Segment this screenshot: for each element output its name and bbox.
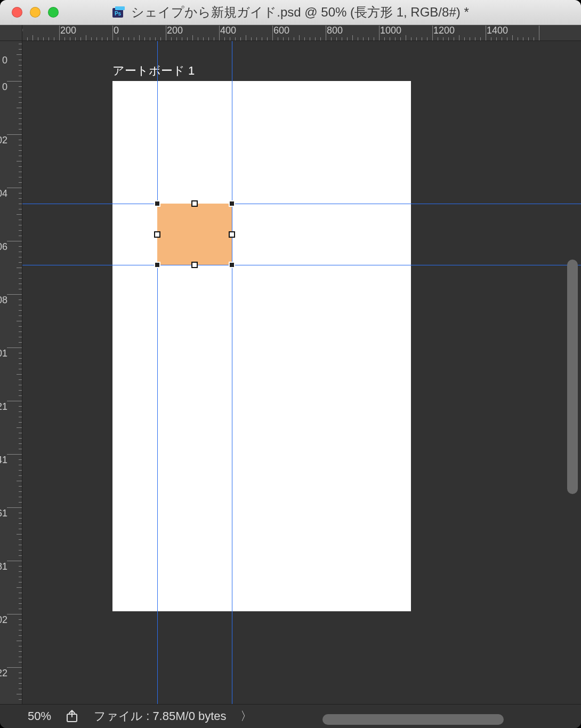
svg-rect-2 — [115, 6, 125, 10]
selection-handle[interactable] — [229, 262, 235, 268]
ruler-v-label: 2000 — [0, 615, 7, 625]
ruler-v-label: 1000 — [0, 349, 7, 358]
ruler-h-label: 200 — [167, 25, 183, 36]
guide-horizontal[interactable] — [22, 265, 581, 265]
window-controls — [12, 7, 59, 18]
selection-handle[interactable] — [229, 200, 235, 207]
selection-handle[interactable] — [191, 262, 198, 268]
vertical-ruler[interactable]: 0020040060080010001200140016001800200022… — [0, 41, 22, 704]
ruler-h-label: 0 — [114, 25, 119, 36]
svg-text:Ps: Ps — [115, 11, 122, 17]
ruler-v-label: 1200 — [0, 402, 7, 411]
ruler-v-label: 1400 — [0, 455, 7, 465]
ruler-origin-corner[interactable] — [0, 25, 22, 41]
zoom-window-button[interactable] — [48, 7, 59, 18]
share-icon[interactable] — [65, 709, 80, 723]
ruler-v-label: 1600 — [0, 508, 7, 518]
rectangle-shape[interactable] — [157, 204, 232, 265]
chevron-right-icon[interactable]: 〉 — [240, 708, 252, 724]
status-bar: 50% ファイル : 7.85M/0 bytes 〉 — [0, 704, 581, 728]
ruler-h-label: 400 — [220, 25, 236, 36]
selection-handle[interactable] — [229, 231, 235, 238]
ruler-v-label: 2200 — [0, 668, 7, 678]
canvas-area[interactable]: アートボード 1 — [22, 41, 581, 704]
photoshop-file-icon: Ps — [112, 6, 126, 18]
document-info[interactable]: ファイル : 7.85M/0 bytes — [94, 708, 227, 724]
ruler-h-label: 800 — [327, 25, 343, 36]
selection-handle[interactable] — [154, 200, 160, 207]
ruler-h-label: 400 — [22, 25, 23, 36]
minimize-window-button[interactable] — [30, 7, 41, 18]
ruler-h-label: 1200 — [433, 25, 455, 36]
horizontal-ruler[interactable]: 4002000200400600800100012001400 — [22, 25, 581, 41]
ruler-v-label: 400 — [0, 189, 7, 198]
zoom-level[interactable]: 50% — [28, 709, 51, 723]
guide-vertical[interactable] — [157, 41, 158, 704]
selection-handle[interactable] — [191, 200, 198, 207]
artboard-label[interactable]: アートボード 1 — [112, 63, 195, 79]
ruler-h-label: 600 — [273, 25, 289, 36]
guide-horizontal[interactable] — [22, 204, 581, 204]
horizontal-scrollbar[interactable] — [322, 714, 504, 725]
selection-handle[interactable] — [154, 231, 160, 238]
ruler-v-label: 0 — [0, 82, 7, 92]
ruler-v-label: 600 — [0, 242, 7, 252]
ruler-v-label: 200 — [0, 135, 7, 145]
guide-vertical[interactable] — [232, 41, 232, 704]
ruler-v-label: 800 — [0, 295, 7, 305]
vertical-scrollbar[interactable] — [567, 260, 578, 494]
close-window-button[interactable] — [12, 7, 22, 18]
ruler-h-label: 200 — [60, 25, 76, 36]
workspace: 4002000200400600800100012001400 00200400… — [0, 25, 581, 704]
window-title: シェイプから新規ガイド.psd @ 50% (長方形 1, RGB/8#) * — [131, 4, 469, 21]
ruler-v-label: 1800 — [0, 562, 7, 571]
selection-handle[interactable] — [154, 262, 160, 268]
app-window: Ps シェイプから新規ガイド.psd @ 50% (長方形 1, RGB/8#)… — [0, 0, 581, 728]
ruler-h-label: 1000 — [380, 25, 401, 36]
ruler-h-label: 1400 — [487, 25, 508, 36]
titlebar: Ps シェイプから新規ガイド.psd @ 50% (長方形 1, RGB/8#)… — [0, 0, 581, 25]
svg-rect-0 — [112, 8, 123, 18]
ruler-v-label: 0 — [0, 55, 7, 65]
